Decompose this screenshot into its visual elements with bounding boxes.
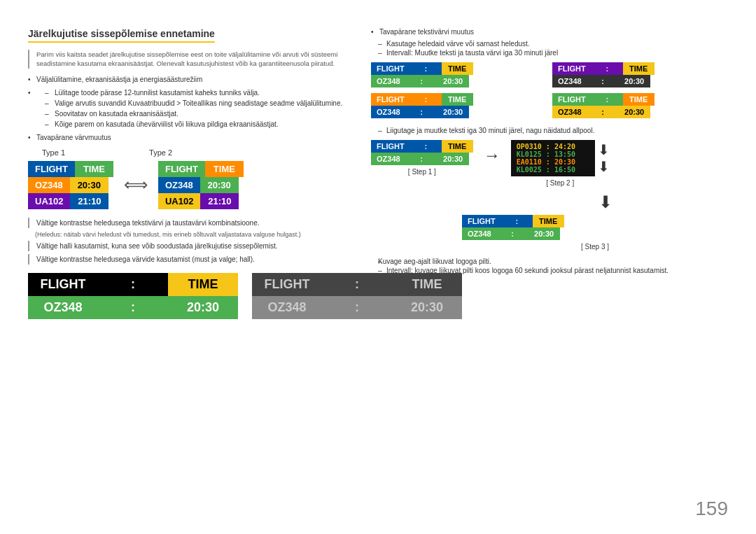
step3-oz: OZ348 <box>462 227 497 240</box>
step1-block: FLIGHT : TIME OZ348 : 20:30 [ Step 1 ] <box>371 140 473 176</box>
time-cell: TIME <box>205 161 244 177</box>
step2-line2: KL0125 : 13:50 <box>517 150 589 158</box>
2110-cell: 21:10 <box>70 193 108 209</box>
oz-big: OZ348 <box>28 296 98 319</box>
cv-time: TIME <box>442 93 473 106</box>
step2-to-step3-arrow: ⬇ <box>598 192 612 212</box>
cv-time: TIME <box>623 62 654 75</box>
cv-time2: 20:30 <box>438 75 469 87</box>
type1-label: Type 1 <box>42 148 65 157</box>
bullet-item: Tavapärane värvmuutus <box>28 132 343 143</box>
right-bullet-1: Tavapärane tekstivärvi muutus <box>371 28 728 36</box>
cv-colon: : <box>410 62 442 75</box>
step1-oz: OZ348 <box>371 153 406 165</box>
moving-sub: Intervall: kuvage liikuvat pilti koos lo… <box>371 267 728 274</box>
moving-note: Kuvage aeg-ajalt liikuvat logoga pilti. <box>371 258 728 265</box>
cv-colon2: : <box>587 106 619 118</box>
step2-label: [ Step 2 ] <box>546 179 574 187</box>
bottom-boards: FLIGHT : TIME OZ348 : 20:30 FLIGHT : TIM… <box>28 273 343 319</box>
step2-board: OP0310 : 24:20 KL0125 : 13:50 EA0110 : 2… <box>511 140 595 176</box>
bullet-item: Väljalülitamine, ekraanisäästja ja energ… <box>28 74 343 85</box>
2030-cell: 20:30 <box>200 177 239 193</box>
step3-time: TIME <box>533 215 564 227</box>
cv-time2: 20:30 <box>438 106 469 118</box>
oz348-cell: OZ348 <box>28 177 70 193</box>
cv-board-2: FLIGHT : TIME OZ348 : 20:30 <box>552 62 728 87</box>
big-board-1: FLIGHT : TIME OZ348 : 20:30 <box>28 273 238 319</box>
down-arrow-1: ⬇ <box>598 141 610 158</box>
main-bullet-list: Väljalülitamine, ekraanisäästja ja energ… <box>28 74 343 143</box>
colon2-big: : <box>98 296 168 319</box>
cv-oz: OZ348 <box>552 106 587 118</box>
steps-section: FLIGHT : TIME OZ348 : 20:30 [ Step 1 ] → <box>371 140 728 251</box>
step3-colon2: : <box>497 227 528 240</box>
step2-line4: KL0025 : 16:50 <box>517 166 589 174</box>
cv-colon2: : <box>406 106 438 118</box>
step1-colon2: : <box>406 153 438 165</box>
flight-cell: FLIGHT <box>28 161 75 177</box>
type-labels: Type 1 Type 2 <box>28 148 343 157</box>
step2-to-step3-arrow-container: ⬇ <box>483 192 728 212</box>
step3-label: [ Step 3 ] <box>462 243 728 251</box>
down-arrow-2: ⬇ <box>598 158 610 175</box>
step1-flight: FLIGHT <box>371 140 410 153</box>
left-column: Järelkujutise sissepõlemise ennetamine P… <box>28 28 364 520</box>
cv-colon: : <box>410 93 442 106</box>
steps-row-1-2: FLIGHT : TIME OZ348 : 20:30 [ Step 1 ] → <box>371 140 728 187</box>
cv-oz: OZ348 <box>371 75 406 87</box>
step1-label: [ Step 1 ] <box>408 168 436 176</box>
step2-block: OP0310 : 24:20 KL0125 : 13:50 EA0110 : 2… <box>511 140 610 187</box>
note-gray: Vältige halli kasutamist, kuna see võib … <box>28 241 343 251</box>
cv-board-4: FLIGHT : TIME OZ348 : 20:30 <box>552 93 728 118</box>
moving-notes: Kuvage aeg-ajalt liikuvat logoga pilti. … <box>371 258 728 274</box>
down-arrows: ⬇ ⬇ <box>595 140 610 175</box>
main-page: Järelkujutise sissepõlemise ennetamine P… <box>0 0 756 534</box>
ua102-cell: UA102 <box>28 193 70 209</box>
oz348-cell: OZ348 <box>158 177 200 193</box>
ua102-cell: UA102 <box>158 193 200 209</box>
type2-board: FLIGHT TIME OZ348 20:30 UA102 21:10 <box>158 161 244 209</box>
color-variants-grid: FLIGHT : TIME OZ348 : 20:30 FLIGHT : TIM… <box>371 62 728 118</box>
swap-arrow-icon: ⟺ <box>120 175 151 195</box>
flight-big: FLIGHT <box>28 273 98 296</box>
2110-cell: 21:10 <box>200 193 239 209</box>
step1-time2: 20:30 <box>438 153 469 165</box>
step3-flight: FLIGHT <box>462 215 501 227</box>
time-cell: TIME <box>75 161 113 177</box>
flight-gray: FLIGHT <box>252 273 322 296</box>
step3-board: FLIGHT : TIME OZ348 : 20:30 <box>462 215 564 240</box>
2030-cell: 20:30 <box>70 177 108 193</box>
oz-gray: OZ348 <box>252 296 322 319</box>
note-brightness: (Heledus: näitab värvi heledust või tume… <box>28 231 343 238</box>
flight-boards-comparison: FLIGHT TIME OZ348 20:30 UA102 21:10 ⟺ FL… <box>28 161 343 209</box>
cv-oz: OZ348 <box>552 75 587 87</box>
dash-note: Liigutage ja muutke teksti iga 30 minuti… <box>371 125 728 136</box>
right-column: Tavapärane tekstivärvi muutus Kasutage h… <box>364 28 728 520</box>
type1-board: FLIGHT TIME OZ348 20:30 UA102 21:10 <box>28 161 113 209</box>
cv-oz: OZ348 <box>371 106 406 118</box>
cv-flight: FLIGHT <box>552 62 592 75</box>
section-title: Järelkujutise sissepõlemise ennetamine <box>28 28 215 43</box>
cv-board-3: FLIGHT : TIME OZ348 : 20:30 <box>371 93 547 118</box>
step3-colon: : <box>501 215 533 227</box>
cv-time: TIME <box>623 93 654 106</box>
cv-time2: 20:30 <box>619 75 650 87</box>
note-bw: Vältige kontrastse heledusega värvide ka… <box>28 254 343 265</box>
note-contrast: Vältige kontrastse heledusega tekstivärv… <box>28 218 343 228</box>
step1-board: FLIGHT : TIME OZ348 : 20:30 <box>371 140 473 165</box>
cv-flight: FLIGHT <box>552 93 592 106</box>
step2-line3: EA0110 : 20:30 <box>517 158 589 166</box>
right-sub-2: Intervall: Muutke teksti ja tausta värvi… <box>371 49 728 57</box>
step3-block: FLIGHT : TIME OZ348 : 20:30 [ Step 3 ] <box>462 215 728 251</box>
right-sub-1: Kasutage heledaid värve või sarnast hele… <box>371 40 728 48</box>
page-number: 159 <box>695 498 728 520</box>
flight-cell: FLIGHT <box>158 161 205 177</box>
step1-time: TIME <box>442 140 473 153</box>
cv-time: TIME <box>442 62 473 75</box>
cv-colon: : <box>592 93 623 106</box>
colon-big: : <box>98 273 168 296</box>
intro-text: Parim viis kaitsta seadet järelkujutise … <box>28 50 343 69</box>
cv-colon: : <box>592 62 623 75</box>
cv-board-1: FLIGHT : TIME OZ348 : 20:30 <box>371 62 547 87</box>
step1-colon: : <box>410 140 442 153</box>
